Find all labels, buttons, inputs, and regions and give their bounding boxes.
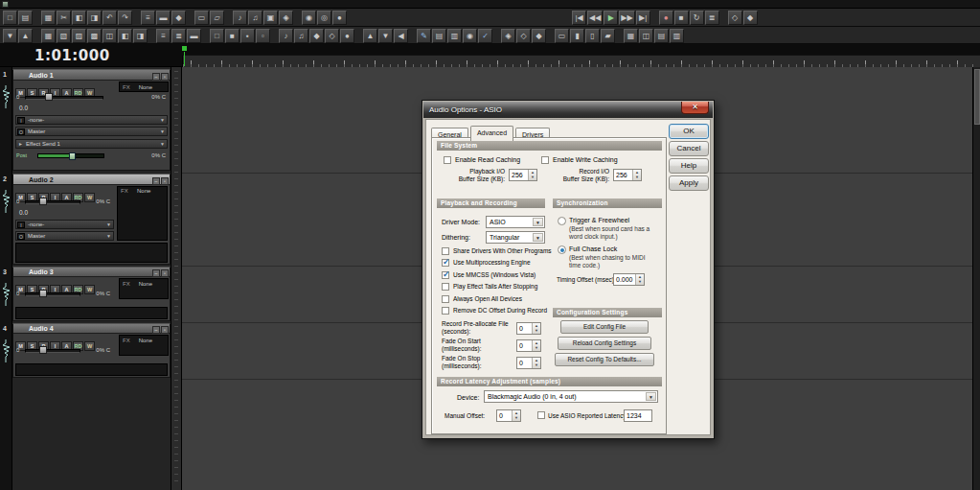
draw-tool-button[interactable]: ▧ xyxy=(57,29,71,43)
open-project-button[interactable]: ▤ xyxy=(18,11,33,25)
clip-properties-button[interactable]: ▤ xyxy=(432,29,446,43)
volume-fader[interactable]: 0 0% C xyxy=(16,198,112,207)
stop-button[interactable]: ■ xyxy=(674,11,689,25)
track-minimize-icon[interactable]: – xyxy=(152,73,160,81)
spinner-buttons[interactable]: ▲▼ xyxy=(532,323,540,334)
fade-on-stop-spinner[interactable]: 0▲▼ xyxy=(516,357,541,369)
volume-fader[interactable]: 0 0% C xyxy=(16,290,112,299)
staff-view-button[interactable]: ▱ xyxy=(210,11,224,25)
length-button[interactable]: ● xyxy=(340,29,354,43)
metronome-button[interactable]: ◎ xyxy=(317,11,331,25)
cut-button[interactable]: ✂ xyxy=(57,11,71,25)
chevron-down-icon[interactable]: ▼ xyxy=(646,392,656,401)
markers-button[interactable]: ◈ xyxy=(501,29,515,43)
track-title-bar[interactable]: Audio 3 –▫ xyxy=(13,268,170,277)
tab-advanced[interactable]: Advanced xyxy=(470,126,513,141)
erase-tool-button[interactable]: ▨ xyxy=(72,29,86,43)
apply-edits-button[interactable]: ✓ xyxy=(478,29,492,43)
chevron-down-icon[interactable]: ▼ xyxy=(106,221,111,229)
zoom-out-horizontal-button[interactable]: ▭ xyxy=(555,29,569,43)
track-header-2[interactable]: Audio 2 –▫ FX None MSRIARDW 0 0% C 0.0 I… xyxy=(12,174,171,265)
new-project-button[interactable]: □ xyxy=(3,11,17,25)
rewind-button[interactable]: ◀◀ xyxy=(587,11,603,25)
preallocate-spinner[interactable]: 0▲▼ xyxy=(516,322,541,335)
scrollbar-thumb[interactable] xyxy=(974,69,980,125)
multiprocessing-checkbox[interactable] xyxy=(442,259,449,267)
dialog-title-bar[interactable]: Audio Options - ASIO ✕ xyxy=(423,102,713,118)
mute-tool-button[interactable]: ◫ xyxy=(103,29,117,43)
paste-button[interactable]: ◨ xyxy=(87,11,102,25)
event-list-button[interactable]: ♪ xyxy=(233,11,247,25)
track-restore-icon[interactable]: ▫ xyxy=(161,73,169,81)
group-button[interactable]: ▪ xyxy=(240,29,255,43)
loop-construction-button[interactable]: ▭ xyxy=(194,11,209,25)
fx-bin[interactable]: FXNone xyxy=(119,278,169,299)
fade-on-start-spinner[interactable]: 0▲▼ xyxy=(516,339,541,352)
enable-write-caching-checkbox[interactable] xyxy=(541,156,549,164)
quantize-button[interactable]: ♪ xyxy=(279,29,293,43)
zoom-in-horizontal-button[interactable]: ▮ xyxy=(570,29,584,43)
chevron-down-icon[interactable]: ▼ xyxy=(106,232,111,241)
spinner-buttons[interactable]: ▲▼ xyxy=(512,410,520,421)
grid-button[interactable]: ▦ xyxy=(41,29,56,43)
share-drivers-checkbox[interactable] xyxy=(442,247,449,255)
chevron-down-icon[interactable]: ▼ xyxy=(160,140,165,149)
track-title-bar[interactable]: Audio 1 –▫ xyxy=(13,70,170,81)
output-selector[interactable]: OMaster▼ xyxy=(15,231,114,241)
cancel-button[interactable]: Cancel xyxy=(669,141,709,156)
punch-markers-button[interactable]: ◆ xyxy=(532,29,546,43)
manual-offset-spinner[interactable]: 0▲▼ xyxy=(496,409,521,422)
now-time-display[interactable]: 1:01:000 xyxy=(34,47,110,64)
reload-config-settings-button[interactable]: Reload Config Settings xyxy=(558,337,651,350)
timeline-ruler[interactable] xyxy=(182,55,980,67)
asio-latency-value-field[interactable]: 1234 xyxy=(624,409,652,422)
arm-all-button[interactable]: ◉ xyxy=(463,29,477,43)
volume-fader-handle[interactable] xyxy=(39,198,47,205)
record-button[interactable]: ● xyxy=(659,11,673,25)
expand-arrow-icon[interactable]: ► xyxy=(18,140,23,149)
video-view-button[interactable]: ◈ xyxy=(279,11,293,25)
go-end-button[interactable]: ▶| xyxy=(636,11,650,25)
snap-button[interactable]: ◉ xyxy=(302,11,316,25)
redo-button[interactable]: ↷ xyxy=(118,11,132,25)
move-tool-button[interactable]: ▲ xyxy=(18,29,33,43)
send-fader-groove[interactable] xyxy=(37,153,104,158)
ruler-options-button[interactable]: ▬ xyxy=(187,29,201,43)
scrub-tool-button[interactable]: ◨ xyxy=(133,29,148,43)
zoom-out-vertical-button[interactable]: ▯ xyxy=(585,29,600,43)
sync-button[interactable]: ▥ xyxy=(670,29,684,43)
track-header-4[interactable]: Audio 4 –▫ MSRIARDW FXNone 0 0% C xyxy=(12,323,171,378)
split-tool-button[interactable]: ▩ xyxy=(87,29,102,43)
spinner-buttons[interactable]: ▲▼ xyxy=(532,358,540,368)
send-level-control[interactable]: Post 0% C xyxy=(16,152,168,161)
now-time-marker-icon[interactable] xyxy=(182,46,187,51)
spinner-buttons[interactable]: ▲▼ xyxy=(632,170,641,180)
effect-tails-checkbox[interactable] xyxy=(442,283,449,291)
select-none-button[interactable]: □ xyxy=(210,29,224,43)
chevron-down-icon[interactable]: ▼ xyxy=(533,233,543,242)
spinner-buttons[interactable]: ▲▼ xyxy=(532,340,540,351)
open-all-devices-checkbox[interactable] xyxy=(442,295,449,303)
dithering-select[interactable]: Triangular▼ xyxy=(486,231,545,244)
piano-roll-button[interactable]: ◆ xyxy=(171,11,186,25)
device-select[interactable]: Blackmagic Audio (0 in, 4 out)▼ xyxy=(484,390,658,403)
send-fader-handle[interactable] xyxy=(69,152,76,160)
fader-groove[interactable] xyxy=(25,200,80,204)
volume-fader[interactable]: 0 0% C xyxy=(16,346,112,356)
track-minimize-icon[interactable]: – xyxy=(152,269,160,277)
transport-options-button[interactable]: ≣ xyxy=(705,11,719,25)
zoom-in-vertical-button[interactable]: ▰ xyxy=(601,29,615,43)
track-minimize-icon[interactable]: – xyxy=(152,326,160,334)
track-restore-icon[interactable]: ▫ xyxy=(161,269,169,277)
sysx-view-button[interactable]: ▣ xyxy=(263,11,278,25)
marker-previous-button[interactable]: ◇ xyxy=(728,11,742,25)
track-header-1[interactable]: Audio 1 –▫ MSRIARDW FXNone 0 0% C 0.0 I-… xyxy=(12,69,171,171)
select-all-button[interactable]: ■ xyxy=(225,29,239,43)
volume-fader-handle[interactable] xyxy=(39,346,47,354)
track-restore-icon[interactable]: ▫ xyxy=(161,326,169,334)
mix-button[interactable]: ▦ xyxy=(624,29,638,43)
reset-config-defaults-button[interactable]: Reset Config To Defaults... xyxy=(555,353,654,366)
save-button[interactable]: ▦ xyxy=(41,11,56,25)
volume-fader-handle[interactable] xyxy=(45,93,53,101)
layers-button[interactable]: ▥ xyxy=(447,29,462,43)
